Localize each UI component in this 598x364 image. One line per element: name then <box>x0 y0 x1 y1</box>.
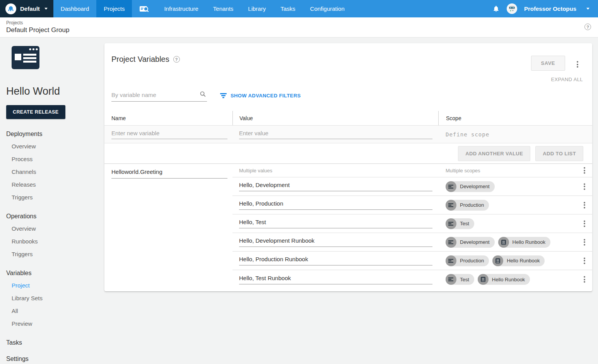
nav-item-configuration[interactable]: Configuration <box>303 0 352 17</box>
user-menu-chevron-icon[interactable] <box>586 8 589 10</box>
scope-cell: Development <box>438 181 592 192</box>
scope-chip-test[interactable]: Test <box>446 218 474 229</box>
nav-item-library[interactable]: Library <box>241 0 273 17</box>
environment-icon <box>448 259 454 263</box>
scope-chip-label: Hello Runbook <box>513 239 545 245</box>
sidebar-item-runbooks[interactable]: Runbooks <box>6 235 98 248</box>
add-to-list-button[interactable]: ADD TO LIST <box>535 146 583 161</box>
runbook-icon-circle <box>478 274 489 285</box>
new-variable-value-input[interactable] <box>239 130 432 139</box>
variable-row: Helloworld.Greeting Multiple values Mult… <box>104 164 592 289</box>
variable-value-field[interactable]: Hello, Development <box>239 182 432 191</box>
environment-icon-circle <box>446 218 456 229</box>
scope-chip-development[interactable]: Development <box>446 237 495 248</box>
scope-chip-label: Hello Runbook <box>492 277 525 282</box>
nav-item-tasks[interactable]: Tasks <box>273 0 302 17</box>
environment-icon-circle <box>446 200 456 211</box>
column-header-name: Name <box>104 115 232 121</box>
row-overflow-menu[interactable] <box>582 256 587 265</box>
variable-name-field[interactable]: Helloworld.Greeting <box>111 168 227 179</box>
environment-icon <box>448 221 454 226</box>
nav-items: DashboardProjects InfrastructureTenantsL… <box>53 0 352 17</box>
scope-chip-production[interactable]: Production <box>446 255 489 266</box>
create-release-button[interactable]: CREATE RELEASE <box>6 105 65 119</box>
row-overflow-menu[interactable] <box>582 275 587 284</box>
card-overflow-menu[interactable] <box>575 60 580 69</box>
project-sidebar: Hello World CREATE RELEASE DeploymentsOv… <box>0 37 104 364</box>
space-switcher[interactable]: Default <box>0 0 53 17</box>
sidebar-item-all[interactable]: All <box>6 304 98 317</box>
scope-chip-test[interactable]: Test <box>446 274 474 285</box>
sidebar-item-preview[interactable]: Preview <box>6 317 98 330</box>
nav-item-dashboard[interactable]: Dashboard <box>53 0 96 17</box>
page-help-icon[interactable]: ? <box>584 24 591 30</box>
row-overflow-menu[interactable] <box>582 219 587 228</box>
environment-icon <box>448 184 454 189</box>
expand-all-link[interactable]: EXPAND ALL <box>551 77 583 82</box>
variable-value-field[interactable]: Hello, Test Runbook <box>239 275 432 284</box>
scope-chip-label: Production <box>460 258 484 264</box>
project-name: Hello World <box>6 85 98 97</box>
sidebar-item-library-sets[interactable]: Library Sets <box>6 292 98 304</box>
sidebar-item-releases[interactable]: Releases <box>6 178 98 191</box>
variable-value-field[interactable]: Hello, Production <box>239 200 432 210</box>
user-avatar[interactable] <box>507 3 517 14</box>
breadcrumb: Projects Default Project Group ? <box>0 17 598 37</box>
table-header: Name Value Scope <box>104 111 592 126</box>
project-search-icon <box>139 5 149 13</box>
new-variable-name-input[interactable] <box>111 130 227 139</box>
variable-value-field[interactable]: Hello, Development Runbook <box>239 237 432 247</box>
breadcrumb-parent[interactable]: Projects <box>6 20 598 26</box>
sidebar-nav: DeploymentsOverviewProcessChannelsReleas… <box>6 131 98 362</box>
runbook-icon-circle <box>498 237 509 248</box>
sidebar-item-channels[interactable]: Channels <box>6 165 98 178</box>
multiple-scopes-label: Multiple scopes <box>438 168 480 173</box>
top-navigation-bar: Default DashboardProjects Infrastructure… <box>0 0 598 17</box>
scope-cell: Development Hello Runbook <box>438 237 592 248</box>
nav-item-projects[interactable]: Projects <box>96 0 132 17</box>
scope-cell: Production Hello Runbook <box>438 255 592 266</box>
sidebar-section-tasks[interactable]: Tasks <box>6 339 98 346</box>
scope-chip-hello-runbook[interactable]: Hello Runbook <box>492 255 545 266</box>
scope-chip-hello-runbook[interactable]: Hello Runbook <box>498 237 550 248</box>
scope-chip-hello-runbook[interactable]: Hello Runbook <box>478 274 530 285</box>
add-another-value-button[interactable]: ADD ANOTHER VALUE <box>458 146 530 161</box>
save-button[interactable]: SAVE <box>531 56 565 71</box>
sidebar-section-settings[interactable]: Settings <box>6 355 98 362</box>
notifications-bell-icon[interactable] <box>492 5 500 13</box>
row-overflow-menu[interactable] <box>582 166 587 175</box>
show-advanced-filters-link[interactable]: SHOW ADVANCED FILTERS <box>220 93 301 102</box>
sidebar-item-overview[interactable]: Overview <box>6 222 98 235</box>
card-title: Project Variables <box>111 55 169 64</box>
nav-item-search[interactable] <box>132 0 157 17</box>
sidebar-item-overview[interactable]: Overview <box>6 140 98 153</box>
sidebar-item-triggers[interactable]: Triggers <box>6 191 98 204</box>
row-overflow-menu[interactable] <box>582 182 587 191</box>
user-name[interactable]: Professor Octopus <box>524 5 576 12</box>
variables-help-icon[interactable]: ? <box>173 56 180 63</box>
define-scope-field[interactable]: Define scope <box>446 131 489 138</box>
variable-value-row: Hello, Test Test <box>232 214 592 233</box>
variable-filter-input[interactable] <box>111 92 195 98</box>
nav-item-infrastructure[interactable]: Infrastructure <box>157 0 205 17</box>
multiple-values-label: Multiple values <box>232 168 438 173</box>
variable-value-field[interactable]: Hello, Production Runbook <box>239 256 432 265</box>
column-header-value: Value <box>232 111 438 125</box>
scope-cell: Production <box>438 200 592 211</box>
row-overflow-menu[interactable] <box>582 237 587 247</box>
page-title: Default Project Group <box>6 26 598 34</box>
new-variable-actions: ADD ANOTHER VALUE ADD TO LIST <box>104 143 592 164</box>
sidebar-item-triggers[interactable]: Triggers <box>6 248 98 260</box>
sidebar-item-process[interactable]: Process <box>6 153 98 165</box>
variable-value-row: Hello, Production Production <box>232 196 592 214</box>
runbook-icon-circle <box>492 255 503 266</box>
project-logo-icon <box>12 46 98 71</box>
row-overflow-menu[interactable] <box>582 200 587 210</box>
sidebar-item-project[interactable]: Project <box>6 279 98 292</box>
variable-value-field[interactable]: Hello, Test <box>239 219 432 228</box>
scope-chip-development[interactable]: Development <box>446 181 495 192</box>
scope-chip-label: Hello Runbook <box>507 258 540 264</box>
environment-icon-circle <box>446 181 456 192</box>
nav-item-tenants[interactable]: Tenants <box>206 0 241 17</box>
scope-chip-production[interactable]: Production <box>446 200 489 211</box>
